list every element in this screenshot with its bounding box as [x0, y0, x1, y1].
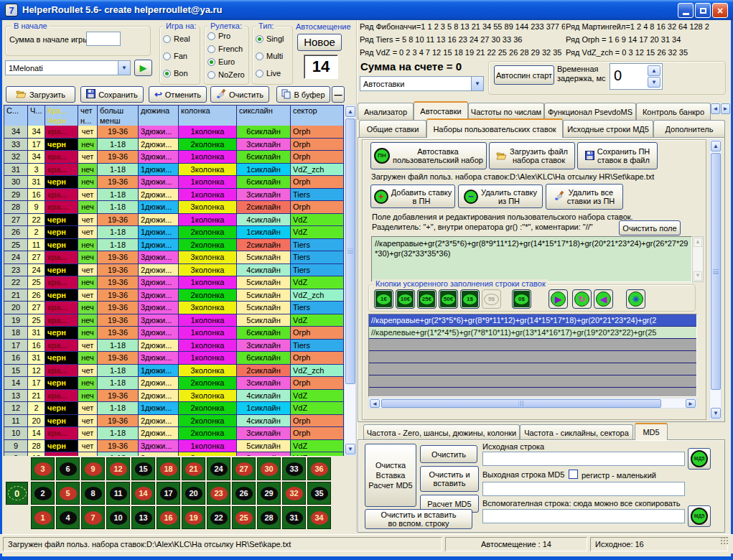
- table-cell[interactable]: Tiers: [291, 264, 344, 277]
- table-cell[interactable]: 2дюжи...: [139, 377, 179, 390]
- table-cell[interactable]: 27: [4, 214, 28, 227]
- bet-list-empty-row[interactable]: [369, 339, 696, 351]
- table-cell[interactable]: Tiers: [291, 189, 344, 202]
- scroll-up-icon[interactable]: ▲: [345, 106, 355, 117]
- roulette-number-cell[interactable]: 24: [207, 457, 230, 480]
- table-cell[interactable]: 1колонка: [179, 126, 237, 139]
- money-button-50€[interactable]: 50€: [439, 289, 458, 309]
- save-set-file-button[interactable]: Сохранить ПНставок в файл: [577, 142, 658, 169]
- table-cell[interactable]: 1-18: [98, 239, 139, 252]
- table-cell[interactable]: 5сиклайн: [237, 314, 291, 327]
- table-cell[interactable]: чет: [78, 264, 98, 277]
- table-cell[interactable]: 24: [28, 264, 45, 277]
- delete-bet-button[interactable]: − Удалить ставкуиз ПН: [458, 185, 543, 208]
- table-cell[interactable]: 32: [4, 151, 28, 164]
- column-header[interactable]: [179, 116, 237, 126]
- load-set-file-button[interactable]: Загрузить файлнабора ставок: [489, 142, 575, 169]
- column-header[interactable]: н...: [78, 116, 98, 126]
- table-cell[interactable]: 4сиклайн: [237, 264, 291, 277]
- table-cell[interactable]: 6сиклайн: [237, 126, 291, 139]
- table-cell[interactable]: 3дюжи...: [139, 151, 179, 164]
- table-cell[interactable]: 2: [28, 402, 45, 415]
- table-cell[interactable]: 3сиклайн: [237, 340, 291, 353]
- table-cell[interactable]: 8: [4, 452, 28, 456]
- roulette-number-cell[interactable]: 33: [282, 457, 306, 480]
- table-cell[interactable]: кра...: [45, 201, 78, 214]
- scroll-up-icon[interactable]: ▲: [694, 238, 702, 247]
- table-cell[interactable]: 27: [28, 251, 45, 264]
- table-cell[interactable]: 1колонка: [179, 352, 237, 365]
- table-cell[interactable]: черн: [45, 327, 78, 340]
- table-cell[interactable]: VdZ: [291, 440, 344, 453]
- tab-1[interactable]: Общие ставки: [359, 120, 426, 138]
- roulette-number-cell[interactable]: 11: [106, 482, 130, 505]
- table-cell[interactable]: 31: [28, 352, 45, 365]
- tab-4[interactable]: Функционал PsevdoMS: [544, 103, 636, 120]
- table-cell[interactable]: 1-18: [98, 377, 139, 390]
- table-cell[interactable]: 19-36: [98, 314, 139, 327]
- roulette-zero-cell[interactable]: 0: [6, 482, 28, 505]
- table-cell[interactable]: неч: [78, 164, 98, 177]
- table-cell[interactable]: 4сиклайн: [237, 415, 291, 428]
- roulette-number-cell[interactable]: 10: [106, 506, 130, 529]
- table-cell[interactable]: 1-18: [98, 452, 139, 456]
- table-cell[interactable]: 3сиклайн: [237, 452, 291, 456]
- table-cell[interactable]: 1колонка: [179, 340, 237, 353]
- table-cell[interactable]: кра...: [45, 151, 78, 164]
- quick-action-play[interactable]: ▶: [548, 289, 568, 309]
- chevron-down-icon[interactable]: ▼: [471, 77, 483, 90]
- column-header[interactable]: сикслайн: [237, 106, 291, 116]
- table-cell[interactable]: 2: [28, 226, 45, 239]
- table-cell[interactable]: VdZ_zch: [291, 164, 344, 177]
- table-cell[interactable]: 3дюжи...: [139, 289, 179, 302]
- table-cell[interactable]: чет: [78, 214, 98, 227]
- table-cell[interactable]: VdZ: [291, 390, 344, 403]
- tab-3[interactable]: Частоты по числам: [468, 103, 544, 120]
- table-cell[interactable]: VdZ: [291, 402, 344, 415]
- table-cell[interactable]: Tiers: [291, 340, 344, 353]
- table-cell[interactable]: 2сиклайн: [237, 365, 291, 378]
- bet-list-empty-row[interactable]: [369, 351, 696, 363]
- table-cell[interactable]: черн: [45, 176, 78, 189]
- table-cell[interactable]: Orph: [291, 201, 344, 214]
- column-header[interactable]: Ч...: [28, 106, 45, 116]
- roulette-number-cell[interactable]: 14: [131, 482, 155, 505]
- table-cell[interactable]: кра...: [45, 340, 78, 353]
- table-cell[interactable]: 17: [4, 340, 28, 353]
- table-cell[interactable]: 21: [28, 390, 45, 403]
- bet-list-hscrollbar[interactable]: ◄ ►: [368, 398, 697, 409]
- column-header[interactable]: менш: [98, 116, 139, 126]
- table-cell[interactable]: неч: [78, 276, 98, 289]
- table-cell[interactable]: Orph: [291, 327, 344, 340]
- table-cell[interactable]: кра...: [45, 365, 78, 378]
- table-cell[interactable]: 18: [4, 327, 28, 340]
- roulette-number-cell[interactable]: 36: [307, 457, 331, 480]
- table-cell[interactable]: кра...: [45, 390, 78, 403]
- money-button-0$[interactable]: 0$: [512, 289, 531, 309]
- table-cell[interactable]: 16: [28, 189, 45, 202]
- table-cell[interactable]: VdZ: [291, 226, 344, 239]
- table-cell[interactable]: чет: [78, 126, 98, 139]
- table-cell[interactable]: 5сиклайн: [237, 440, 291, 453]
- table-cell[interactable]: 3дюжи...: [139, 327, 179, 340]
- table-cell[interactable]: 1дюжи...: [139, 239, 179, 252]
- table-cell[interactable]: черн: [45, 440, 78, 453]
- table-cell[interactable]: неч: [78, 139, 98, 151]
- table-cell[interactable]: 17: [28, 139, 45, 151]
- table-cell[interactable]: 1-18: [98, 189, 139, 202]
- table-cell[interactable]: 22: [4, 276, 28, 289]
- scroll-left-icon[interactable]: ◄: [370, 399, 380, 408]
- calc-md5-icon-button[interactable]: МД5: [688, 448, 711, 470]
- roulette-number-cell[interactable]: 15: [131, 457, 155, 480]
- calc-md5-aux-icon-button[interactable]: МД5: [688, 505, 711, 527]
- table-cell[interactable]: 21: [4, 289, 28, 302]
- roulette-number-cell[interactable]: 2: [31, 482, 55, 505]
- tab-2[interactable]: Автоставки: [414, 101, 468, 120]
- roulette-number-cell[interactable]: 30: [257, 457, 281, 480]
- table-cell[interactable]: 2колонка: [179, 427, 237, 440]
- table-cell[interactable]: VdZ: [291, 214, 344, 227]
- table-cell[interactable]: 12: [4, 402, 28, 415]
- table-cell[interactable]: 1-18: [98, 365, 139, 378]
- table-cell[interactable]: 1-18: [98, 201, 139, 214]
- output-string-input[interactable]: [482, 482, 685, 496]
